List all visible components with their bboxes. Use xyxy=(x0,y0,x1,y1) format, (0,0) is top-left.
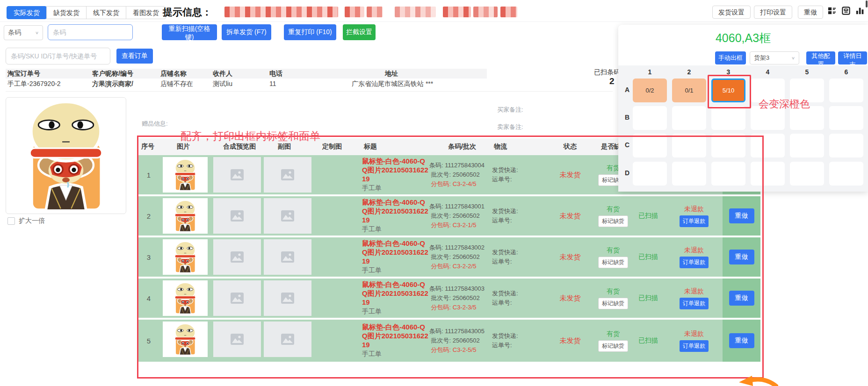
row-seq: 2 xyxy=(138,196,159,236)
grid-cell-D2[interactable] xyxy=(672,162,706,186)
reprint-button[interactable]: 重复打印 (F10) xyxy=(284,24,336,40)
order-search-input[interactable] xyxy=(6,48,110,64)
shelf-select[interactable]: 货架3 ∨ xyxy=(750,51,799,64)
mark-shortage-button[interactable]: 标记缺货 xyxy=(598,257,628,268)
grid-cell-C5[interactable] xyxy=(790,134,824,157)
row-redo-button[interactable]: 重做 xyxy=(729,250,754,264)
tab-actual-ship[interactable]: 实际发货 xyxy=(7,6,47,19)
image-frame-icon[interactable] xyxy=(842,7,850,15)
order-refund-button[interactable]: 订单退款 xyxy=(680,298,709,309)
list-view-icon[interactable] xyxy=(828,7,836,15)
scanned-status: 已扫描 xyxy=(638,294,658,302)
view-order-button[interactable]: 查看订单 xyxy=(116,49,153,64)
row-redo-button[interactable]: 重做 xyxy=(729,208,754,223)
product-image[interactable] xyxy=(163,198,208,234)
tab-offline-ship[interactable]: 线下发货 xyxy=(86,6,126,19)
image-placeholder-icon xyxy=(230,210,244,222)
composite-preview-placeholder xyxy=(213,239,261,275)
grid-cell-D3[interactable] xyxy=(711,162,745,186)
intercept-settings-button[interactable]: 拦截设置 xyxy=(343,24,376,40)
sub-image-placeholder xyxy=(264,239,311,275)
grid-row-header: B xyxy=(623,114,631,121)
row-redo-button[interactable]: 重做 xyxy=(729,333,754,348)
col-phone: 电话 xyxy=(269,70,282,78)
product-image[interactable] xyxy=(163,322,208,357)
order-refund-button[interactable]: 订单退款 xyxy=(680,257,709,268)
shop-name: 店铺不存在 xyxy=(160,80,193,88)
tab-image-ship[interactable]: 看图发货 xyxy=(126,6,166,19)
redacted-tip-text xyxy=(224,7,338,17)
grid-cell-A3[interactable]: 5/10 xyxy=(711,79,745,102)
grid-cell-B3[interactable] xyxy=(711,106,745,130)
status-not-shipped: 未发货 xyxy=(560,294,581,303)
orange-arrow-annotation xyxy=(738,376,778,386)
grid-cell-A2[interactable]: 0/1 xyxy=(672,79,706,102)
table-row: 2 鼠标垫-白色-4060-QQ图片20210503162219手工单条码: 1… xyxy=(138,196,760,236)
ship-mode-tabs: 实际发货 缺货发货 线下发货 看图发货 xyxy=(7,6,166,19)
table-header-cell: 序号 xyxy=(141,143,154,151)
barcode-scan-input[interactable] xyxy=(48,24,133,40)
grid-cell-C1[interactable] xyxy=(633,134,667,157)
grid-cell-B6[interactable] xyxy=(829,106,863,130)
product-image[interactable] xyxy=(163,280,208,316)
scrollbar-thumb[interactable] xyxy=(866,0,868,7)
image-placeholder-icon xyxy=(230,251,244,263)
scanned-status: 已扫描 xyxy=(638,212,658,220)
mark-shortage-button[interactable]: 标记缺货 xyxy=(598,298,628,309)
product-image[interactable] xyxy=(163,239,208,275)
stock-cell: 有货标记缺货 xyxy=(598,246,628,268)
grid-cell-A6[interactable] xyxy=(829,79,863,102)
grid-cell-C3[interactable] xyxy=(711,134,745,157)
col-shop: 店铺名称 xyxy=(160,70,187,78)
tip-info-label: 提示信息： xyxy=(163,6,212,19)
product-title: 鼠标垫-白色-4060-QQ图片20210503162219手工单 xyxy=(362,239,428,275)
logistics-cell: 发货快递:运单号: xyxy=(492,207,518,225)
grid-row-header: C xyxy=(623,141,631,149)
split-ship-button[interactable]: 拆单发货 (F7) xyxy=(222,24,271,40)
grid-col-header: 3 xyxy=(711,68,745,76)
tab-shortage-ship[interactable]: 缺货发货 xyxy=(46,6,87,19)
order-refund-button[interactable]: 订单退款 xyxy=(680,340,709,352)
sub-image-placeholder xyxy=(264,198,311,234)
barcode-type-select[interactable]: 条码 ∨ xyxy=(4,25,43,40)
mark-shortage-button[interactable]: 标记缺货 xyxy=(598,215,628,227)
detail-log-button[interactable]: 详情日志 xyxy=(838,51,867,64)
grid-cell-B1[interactable] xyxy=(633,106,667,130)
grid-cell-C2[interactable] xyxy=(672,134,706,157)
mark-shortage-button[interactable]: 标记缺货 xyxy=(598,340,628,352)
redo-top-button[interactable]: 重做 xyxy=(798,6,823,19)
other-config-button[interactable]: 其他配置 xyxy=(806,51,835,64)
logistics-cell: 发货快递:运单号: xyxy=(492,248,518,266)
manual-out-button[interactable]: 手动出框 xyxy=(715,51,746,64)
grid-cell-B2[interactable] xyxy=(672,106,706,130)
product-title: 鼠标垫-白色-4060-QQ图片20210503162219手工单 xyxy=(362,157,428,193)
product-image[interactable] xyxy=(163,157,208,193)
print-settings-button[interactable]: 打印设置 xyxy=(754,6,792,19)
ship-settings-button[interactable]: 发货设置 xyxy=(712,6,751,19)
image-placeholder-icon xyxy=(281,292,295,304)
grid-cell-C6[interactable] xyxy=(829,134,863,157)
row-redo-button[interactable]: 重做 xyxy=(729,291,754,306)
order-refund-button[interactable]: 订单退款 xyxy=(680,215,709,227)
grid-cell-D5[interactable] xyxy=(790,162,824,186)
table-header-cell: 定制图 xyxy=(322,143,342,151)
character-illustration xyxy=(172,158,199,191)
ops-cell: 重做 xyxy=(723,196,760,236)
grid-cell-D4[interactable] xyxy=(751,162,785,186)
image-placeholder-icon xyxy=(281,251,295,263)
composite-preview-placeholder xyxy=(213,280,261,316)
status-not-shipped: 未发货 xyxy=(560,171,581,179)
bar-chart-icon[interactable] xyxy=(856,7,864,15)
grid-cell-D6[interactable] xyxy=(829,162,863,186)
grid-cell-C4[interactable] xyxy=(751,134,785,157)
rescan-button[interactable]: 重新扫描(空格键) xyxy=(162,24,217,40)
stock-cell: 有货标记缺货 xyxy=(598,329,628,352)
grid-cell-A1[interactable]: 0/2 xyxy=(633,79,667,102)
grid-cell-D1[interactable] xyxy=(633,162,667,186)
product-title: 鼠标垫-白色-4060-QQ图片20210503162219手工单 xyxy=(362,323,428,358)
sub-image-placeholder xyxy=(264,322,311,357)
character-illustration xyxy=(172,200,199,232)
zoom-double-checkbox[interactable] xyxy=(7,217,15,225)
character-illustration xyxy=(17,100,115,212)
product-title: 鼠标垫-白色-4060-QQ图片20210503162219手工单 xyxy=(362,280,428,316)
